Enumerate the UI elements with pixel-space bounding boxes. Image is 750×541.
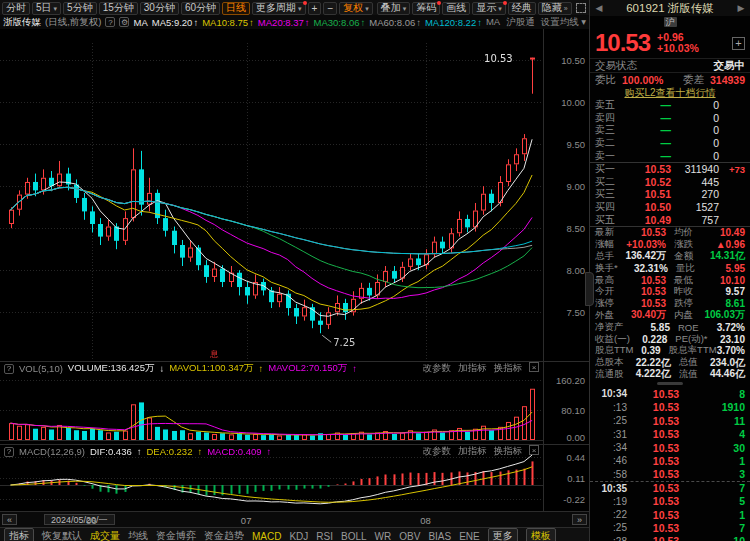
next-stock-button[interactable]: ▶ xyxy=(735,3,747,13)
chart-tool-button-3[interactable]: 显示▾ xyxy=(472,2,506,15)
ask-label: 卖一 xyxy=(595,149,623,163)
dif-value: DIF:0.436 xyxy=(90,446,132,457)
tick-row-2: :2510.5311 xyxy=(590,414,750,427)
volume-indicator-header: ?VOL(5,10)VOLUME:136.425万↓MAVOL1:100.347… xyxy=(0,362,543,375)
macd-indicator-header: ?MACD(12,26,9)DIF:0.436↑DEA:0.232↑MACD:0… xyxy=(0,445,543,458)
detail-row-3: 换手*32.31%量比5.95 xyxy=(590,262,750,274)
trend-up-icon: ↑ xyxy=(249,17,254,28)
change-percent: +10.03% xyxy=(657,43,699,54)
period-button-8[interactable]: + xyxy=(308,2,322,15)
indicator-tab-2[interactable]: 成交量 xyxy=(90,529,120,541)
tick-volume: 30 xyxy=(705,442,745,454)
chart-tool-button-4[interactable]: 经典 xyxy=(508,2,536,15)
indicator-tab-15[interactable]: 模板 xyxy=(526,528,556,541)
chart-tool-button-2[interactable]: 画线 xyxy=(442,2,470,15)
chart-tool-button-5[interactable]: 隐藏» xyxy=(538,2,572,15)
period-button-4[interactable]: 30分钟 xyxy=(140,2,179,15)
period-button-1[interactable]: 5日▾ xyxy=(32,2,61,15)
indicator-tab-10[interactable]: WR xyxy=(375,531,392,541)
period-button-9[interactable]: − xyxy=(323,2,337,15)
ask-row-5[interactable]: 卖一—0 xyxy=(590,149,750,162)
bid-row-1[interactable]: 买一10.53311940+73 xyxy=(590,163,750,176)
period-button-7[interactable]: 更多周期▾ xyxy=(252,2,306,15)
indicator-tab-14[interactable]: 更多 xyxy=(488,528,518,541)
indicator-tab-1[interactable]: 恢复默认 xyxy=(42,529,82,541)
expand-button[interactable]: » xyxy=(572,514,587,525)
l2-promo-row: 购买L2查看十档行情 xyxy=(590,86,750,99)
ma-label: MA120:8.22 xyxy=(425,17,476,28)
ask-row-2[interactable]: 卖四—0 xyxy=(590,112,750,125)
buy-l2-link[interactable]: 购买L2查看十档行情 xyxy=(624,87,715,98)
indicator-tab-12[interactable]: BIAS xyxy=(428,531,451,541)
chart-tool-button-1[interactable]: 筹码 xyxy=(412,2,440,15)
detail-value: 44.46亿 xyxy=(698,367,745,381)
bid-row-5[interactable]: 买五10.49757 xyxy=(590,213,750,226)
ma-settings-button[interactable]: 设置均线 ▾ xyxy=(541,16,586,29)
panel-collapse-handle[interactable] xyxy=(585,272,594,306)
trend-down-icon: ↓ xyxy=(159,363,164,374)
indicator-tab-13[interactable]: ENE xyxy=(459,531,480,541)
add-watchlist-button[interactable]: + xyxy=(732,37,745,50)
tick-price: 10.53 xyxy=(627,428,705,440)
last-price: 10.53 xyxy=(595,29,650,57)
indicator-action-1[interactable]: 加指标 xyxy=(458,445,487,458)
indicator-action-2[interactable]: 换指标 xyxy=(494,362,523,375)
period-button-10[interactable]: 复权▾ xyxy=(339,2,373,15)
indicator-tab-7[interactable]: KDJ xyxy=(289,531,308,541)
chart-tool-button-0[interactable]: 叠加▾ xyxy=(377,2,411,15)
close-icon[interactable]: × xyxy=(529,362,539,372)
indicator-action-0[interactable]: 改参数 xyxy=(423,362,452,375)
period-button-5[interactable]: 60分钟 xyxy=(181,2,220,15)
stock-code-name: 601921 浙版传媒 xyxy=(605,1,735,16)
indicator-tab-11[interactable]: OBV xyxy=(399,531,420,541)
panel-resize-handle[interactable] xyxy=(590,380,750,387)
period-button-0[interactable]: 分时 xyxy=(2,2,30,15)
period-button-label: 分时 xyxy=(6,1,26,15)
ma-selector-2[interactable]: MA xyxy=(486,16,500,29)
caret-down-icon: ▾ xyxy=(365,5,369,12)
period-button-label: 日线 xyxy=(226,1,246,15)
bid-row-3[interactable]: 买三10.51270 xyxy=(590,188,750,201)
period-button-6[interactable]: 日线 xyxy=(222,2,250,15)
indicator-tab-8[interactable]: RSI xyxy=(316,531,333,541)
help-icon[interactable]: ? xyxy=(105,17,115,27)
indicator-action-1[interactable]: 加指标 xyxy=(458,362,487,375)
gear-icon[interactable]: ⚙ xyxy=(119,17,129,27)
fullscreen-icon[interactable] xyxy=(576,3,586,13)
tick-row-0: 10:3410.538 xyxy=(590,387,750,400)
period-button-2[interactable]: 5分钟 xyxy=(63,2,97,15)
help-icon[interactable]: ? xyxy=(4,447,14,457)
weicha-value: 314939 xyxy=(710,74,745,86)
ask-row-3[interactable]: 卖三—0 xyxy=(590,124,750,137)
tick-volume: 1 xyxy=(705,455,745,467)
indicator-tab-6[interactable]: MACD xyxy=(252,531,281,541)
period-button-label: 30分钟 xyxy=(144,1,175,15)
help-icon[interactable]: ? xyxy=(4,364,14,374)
indicator-tab-3[interactable]: 均线 xyxy=(128,529,148,541)
trend-up-icon: ↑ xyxy=(361,17,366,28)
indicator-tab-4[interactable]: 资金博弈 xyxy=(156,529,196,541)
ask-row-1[interactable]: 卖五—0 xyxy=(590,99,750,112)
trend-up-icon: ↑ xyxy=(197,446,202,457)
prev-stock-button[interactable]: ◀ xyxy=(593,3,605,13)
bid-volume: 757 xyxy=(671,214,719,226)
bid-row-2[interactable]: 买二10.52445 xyxy=(590,176,750,189)
indicator-tab-0[interactable]: 指标 xyxy=(4,528,34,541)
indicator-action-2[interactable]: 换指标 xyxy=(494,445,523,458)
candlestick-chart[interactable] xyxy=(0,29,543,361)
tick-time: :22 xyxy=(595,509,627,520)
close-icon[interactable]: × xyxy=(529,445,539,455)
scroll-left-button[interactable]: « xyxy=(2,514,17,525)
indicator-tab-9[interactable]: BOLL xyxy=(341,531,367,541)
bid-row-4[interactable]: 买四10.501527 xyxy=(590,201,750,214)
indicator-action-0[interactable]: 改参数 xyxy=(423,445,452,458)
chart-tool-label: 显示 xyxy=(476,1,496,15)
tick-price: 10.53 xyxy=(627,401,705,413)
ask-row-4[interactable]: 卖二—0 xyxy=(590,137,750,150)
ma-selector[interactable]: MA xyxy=(133,17,147,28)
detail-row-2: 总手136.42万金额14.31亿 xyxy=(590,251,750,263)
detail-label: 流通股 xyxy=(595,368,624,381)
trend-up-icon: ↑ xyxy=(305,17,310,28)
indicator-tab-5[interactable]: 资金趋势 xyxy=(204,529,244,541)
period-button-3[interactable]: 15分钟 xyxy=(99,2,138,15)
